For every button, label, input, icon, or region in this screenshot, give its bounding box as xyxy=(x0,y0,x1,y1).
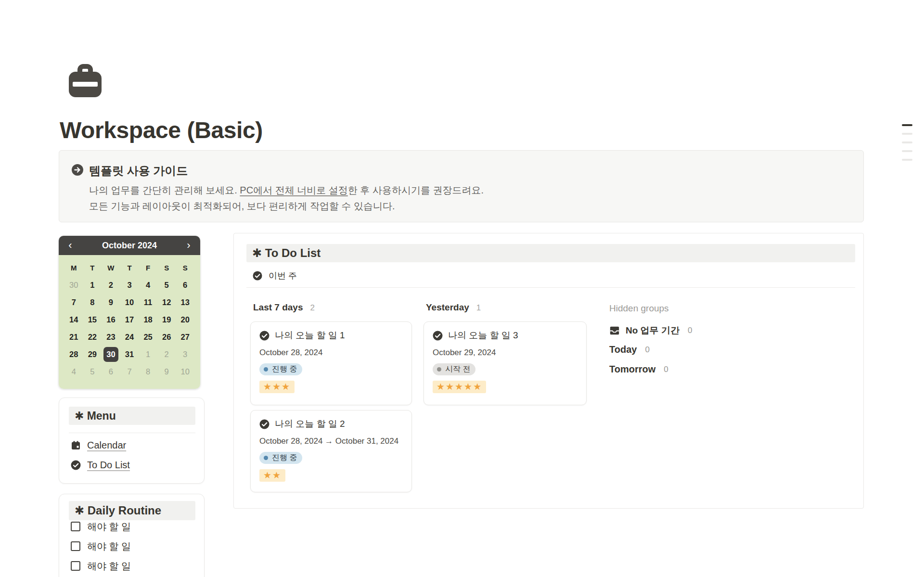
calendar-day[interactable]: 17 xyxy=(120,311,139,328)
calendar-day[interactable]: 6 xyxy=(102,363,120,380)
todo-label: 해야 할 일 xyxy=(87,520,131,533)
calendar-day[interactable]: 11 xyxy=(139,294,157,311)
card-title-row: 나의 오늘 할 일 1 xyxy=(259,329,403,342)
menu-item-calendar[interactable]: Calendar xyxy=(71,437,126,453)
calendar-day[interactable]: 16 xyxy=(102,311,120,328)
view-tab-label[interactable]: 이번 주 xyxy=(269,270,297,282)
calendar-day[interactable]: 2 xyxy=(157,346,176,363)
todo-board: ✱ To Do List 이번 주 Last 7 days 2 Yesterda… xyxy=(233,233,864,509)
calendar-day[interactable]: 25 xyxy=(139,328,157,346)
daily-routine-heading: ✱ Daily Routine xyxy=(69,501,195,520)
calendar-day[interactable]: 12 xyxy=(157,294,176,311)
outline-dash[interactable] xyxy=(902,159,912,161)
calendar-day[interactable]: 2 xyxy=(102,276,120,294)
column-name: Yesterday xyxy=(426,302,469,313)
calendar-day[interactable]: 18 xyxy=(139,311,157,328)
outline-dash[interactable] xyxy=(902,141,912,143)
guide-text: 한 후 사용하시기를 권장드려요. xyxy=(348,185,484,195)
calendar-day[interactable]: 8 xyxy=(83,294,102,311)
calendar-day[interactable]: 24 xyxy=(120,328,139,346)
calendar-day[interactable]: 7 xyxy=(64,294,83,311)
briefcase-icon[interactable] xyxy=(65,62,105,99)
calendar-day[interactable]: 4 xyxy=(64,363,83,380)
menu-item-label[interactable]: Calendar xyxy=(87,440,126,451)
calendar-day[interactable]: 1 xyxy=(139,346,157,363)
status-label: 시작 전 xyxy=(445,364,470,374)
rating-stars: ★★★ xyxy=(259,381,295,393)
todo-item: 해야 할 일 xyxy=(71,539,131,553)
card-title: 나의 오늘 할 일 1 xyxy=(275,329,345,342)
column-header-last-7-days: Last 7 days 2 xyxy=(253,302,315,313)
calendar-day[interactable]: 8 xyxy=(139,363,157,380)
todo-item: 해야 할 일 xyxy=(71,519,131,534)
hidden-group-name[interactable]: No 업무 기간 xyxy=(626,324,680,337)
checkbox-unchecked[interactable] xyxy=(71,541,80,551)
calendar-day[interactable]: 1 xyxy=(83,276,102,294)
status-dot xyxy=(264,456,268,460)
todo-card[interactable]: 나의 오늘 할 일 2 October 28, 2024 → October 3… xyxy=(250,410,412,492)
calendar-day[interactable]: 4 xyxy=(139,276,157,294)
calendar-day[interactable]: 10 xyxy=(120,294,139,311)
inbox-tray-icon xyxy=(609,325,620,336)
calendar-day[interactable]: 27 xyxy=(176,328,194,346)
calendar-day[interactable]: 20 xyxy=(176,311,194,328)
workspace-page: Workspace (Basic) 템플릿 사용 가이드 나의 업무를 간단히 … xyxy=(0,0,924,577)
hidden-group-today[interactable]: Today 0 xyxy=(609,344,650,355)
card-date: October 28, 2024 xyxy=(259,348,403,358)
calendar-day[interactable]: 6 xyxy=(176,276,194,294)
calendar-day[interactable]: 26 xyxy=(157,328,176,346)
outline-dash[interactable] xyxy=(902,124,912,126)
guide-text: 나의 업무를 간단히 관리해 보세요. xyxy=(89,185,240,195)
calendar-next-button[interactable]: › xyxy=(184,240,193,251)
calendar-day[interactable]: 14 xyxy=(64,311,83,328)
status-dot xyxy=(437,367,441,372)
status-dot xyxy=(264,367,268,372)
column-count: 1 xyxy=(476,303,481,313)
calendar-day[interactable]: 15 xyxy=(83,311,102,328)
checkbox-unchecked[interactable] xyxy=(71,561,80,571)
hidden-group-name[interactable]: Today xyxy=(609,344,637,355)
todo-card[interactable]: 나의 오늘 할 일 3 October 29, 2024 시작 전 ★★★★★ xyxy=(424,321,587,405)
menu-item-todo-list[interactable]: To Do List xyxy=(71,457,130,473)
calendar-day[interactable]: 19 xyxy=(157,311,176,328)
calendar-day[interactable]: 3 xyxy=(176,346,194,363)
calendar-day[interactable]: 10 xyxy=(176,363,194,380)
calendar-day[interactable]: 9 xyxy=(157,363,176,380)
calendar-prev-button[interactable]: ‹ xyxy=(65,240,75,251)
guide-line-1: 나의 업무를 간단히 관리해 보세요. PC에서 전체 너비로 설정한 후 사용… xyxy=(89,182,484,198)
hidden-group-tomorrow[interactable]: Tomorrow 0 xyxy=(609,364,668,375)
calendar-day-header: F xyxy=(139,259,157,276)
hidden-group-name[interactable]: Tomorrow xyxy=(609,364,655,375)
outline-indicator[interactable] xyxy=(902,124,913,167)
menu-item-label[interactable]: To Do List xyxy=(87,460,130,471)
view-tab-this-week[interactable]: 이번 주 xyxy=(253,270,297,282)
calendar-day[interactable]: 30 xyxy=(102,346,120,363)
checkbox-unchecked[interactable] xyxy=(71,522,80,531)
calendar-day[interactable]: 9 xyxy=(102,294,120,311)
calendar-day[interactable]: 31 xyxy=(120,346,139,363)
menu-heading: ✱ Menu xyxy=(69,407,195,425)
hidden-group-no-period[interactable]: No 업무 기간 0 xyxy=(609,324,692,337)
calendar-day-header: M xyxy=(64,259,83,276)
guide-body: 나의 업무를 간단히 관리해 보세요. PC에서 전체 너비로 설정한 후 사용… xyxy=(89,182,484,214)
calendar-day[interactable]: 23 xyxy=(102,328,120,346)
calendar-day[interactable]: 5 xyxy=(83,363,102,380)
calendar-day[interactable]: 28 xyxy=(64,346,83,363)
calendar-day[interactable]: 3 xyxy=(120,276,139,294)
calendar-day[interactable]: 5 xyxy=(157,276,176,294)
card-title: 나의 오늘 할 일 3 xyxy=(448,329,518,342)
column-count: 2 xyxy=(310,303,315,313)
full-width-setting-link[interactable]: PC에서 전체 너비로 설정 xyxy=(240,185,347,195)
outline-dash[interactable] xyxy=(902,133,912,135)
card-title: 나의 오늘 할 일 2 xyxy=(275,418,345,430)
calendar-day[interactable]: 21 xyxy=(64,328,83,346)
calendar-day[interactable]: 30 xyxy=(64,276,83,294)
calendar-day-headers: MTWTFSS xyxy=(64,259,194,276)
check-circle-icon xyxy=(259,331,270,341)
calendar-day[interactable]: 13 xyxy=(176,294,194,311)
todo-card[interactable]: 나의 오늘 할 일 1 October 28, 2024 진행 중 ★★★ xyxy=(250,321,412,405)
outline-dash[interactable] xyxy=(902,150,912,152)
calendar-day[interactable]: 22 xyxy=(83,328,102,346)
calendar-day[interactable]: 7 xyxy=(120,363,139,380)
calendar-day[interactable]: 29 xyxy=(83,346,102,363)
